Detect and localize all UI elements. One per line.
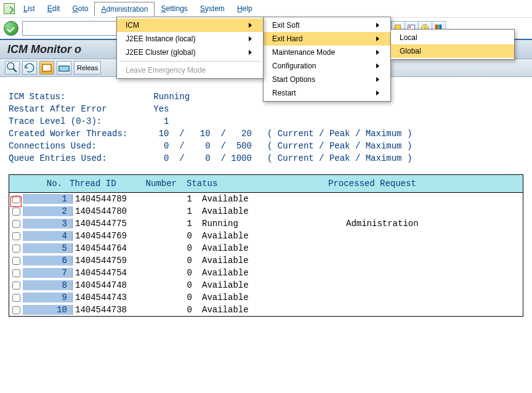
menu-item-j2ee-instance-local-[interactable]: J2EE Instance (local) — [117, 32, 263, 46]
row-checkbox[interactable] — [12, 294, 20, 302]
cell-status: Available — [200, 243, 344, 253]
menu-item-local[interactable]: Local — [391, 31, 514, 44]
row-checkbox[interactable] — [12, 232, 20, 240]
cell-thread-id: 1404544780 — [73, 206, 149, 216]
svg-rect-15 — [59, 66, 70, 71]
cell-no: 5 — [23, 243, 73, 253]
cell-thread-id: 1404544759 — [73, 256, 149, 265]
row-checkbox[interactable] — [12, 220, 20, 228]
enter-icon[interactable] — [4, 21, 18, 36]
page-title-text: ICM Monitor o — [7, 43, 81, 56]
row-checkbox[interactable] — [12, 195, 20, 203]
svg-point-12 — [7, 63, 14, 70]
col-number: Number — [141, 179, 184, 188]
row-checkbox[interactable] — [12, 245, 20, 253]
cell-thread-id: 1404544764 — [73, 243, 149, 253]
cell-number: 1 — [149, 194, 200, 204]
content-area: ICM Status: Running Restart After Error … — [0, 77, 532, 323]
row-checkbox[interactable] — [12, 306, 20, 314]
menu-item-configuration[interactable]: Configuration — [264, 59, 390, 73]
table-row[interactable]: 614045447590Available — [9, 254, 523, 267]
release-button[interactable]: Releas — [74, 61, 101, 75]
menu-item-exit-soft[interactable]: Exit Soft — [264, 18, 390, 32]
detail-icon[interactable] — [5, 61, 20, 75]
cell-status: Running — [200, 219, 344, 229]
cell-thread-id: 1404544789 — [73, 194, 149, 204]
app-toolbar-right: i — [406, 63, 427, 71]
cell-thread-id: 1404544743 — [73, 293, 149, 302]
svg-rect-14 — [42, 65, 51, 71]
col-status: Status — [184, 179, 326, 188]
cell-no: 3 — [23, 219, 73, 229]
table-header: No. Thread ID Number Status Processed Re… — [9, 175, 523, 193]
cell-no: 1 — [23, 194, 73, 204]
menu-item-global[interactable]: Global — [391, 44, 514, 58]
table-row[interactable]: 814045447480Available — [9, 279, 523, 291]
cell-processed: Administration — [344, 219, 523, 229]
table-row[interactable]: 714045447540Available — [9, 267, 523, 279]
table-row[interactable]: 314045447751RunningAdministration — [9, 217, 523, 230]
thread-table: No. Thread ID Number Status Processed Re… — [9, 174, 523, 317]
row-checkbox[interactable] — [12, 282, 20, 290]
menu-icm: Exit SoftExit HardMaintenance ModeConfig… — [263, 17, 391, 102]
menu-item-exit-hard[interactable]: Exit Hard — [264, 32, 390, 46]
refresh-icon[interactable] — [22, 61, 37, 75]
menu-administration[interactable]: Administration — [94, 2, 155, 17]
cell-thread-id: 1404544775 — [73, 219, 149, 229]
menu-list[interactable]: List — [17, 2, 41, 16]
table-row[interactable]: 1014045447380Available — [9, 304, 523, 316]
table-row[interactable]: 114045447891Available — [9, 193, 523, 205]
cell-no: 8 — [23, 280, 73, 290]
row-checkbox[interactable] — [12, 257, 20, 265]
services-icon[interactable] — [39, 61, 54, 75]
menubar: ListEditGotoAdministrationSettingsSystem… — [0, 0, 532, 18]
col-thread-id: Thread ID — [67, 179, 141, 188]
col-processed: Processed Request — [326, 179, 523, 188]
row-checkbox[interactable] — [12, 269, 20, 277]
cell-status: Available — [200, 194, 344, 204]
table-row[interactable]: 914045447430Available — [9, 291, 523, 304]
cell-thread-id: 1404544769 — [73, 231, 149, 241]
cell-no: 6 — [23, 256, 73, 265]
svg-line-13 — [13, 68, 17, 72]
menu-goto[interactable]: Goto — [66, 2, 94, 16]
cell-thread-id: 1404544748 — [73, 280, 149, 290]
menu-item-restart[interactable]: Restart — [264, 86, 390, 100]
menu-item-start-options[interactable]: Start Options — [264, 73, 390, 86]
icm-status-block: ICM Status: Running Restart After Error … — [9, 91, 523, 164]
cell-no: 2 — [23, 206, 73, 216]
sap-menu-icon[interactable] — [4, 3, 15, 14]
cell-no: 7 — [23, 268, 73, 278]
menu-help[interactable]: Help — [231, 2, 259, 16]
table-row[interactable]: 214045447801Available — [9, 205, 523, 217]
menu-system[interactable]: System — [194, 2, 231, 16]
cell-number: 0 — [149, 256, 200, 265]
table-row[interactable]: 514045447640Available — [9, 242, 523, 254]
cell-number: 0 — [149, 268, 200, 278]
cell-number: 0 — [149, 280, 200, 290]
table-row[interactable]: 414045447690Available — [9, 230, 523, 242]
svg-rect-6 — [409, 26, 411, 28]
cell-status: Available — [200, 231, 344, 241]
cell-number: 1 — [149, 206, 200, 216]
menu-item-j2ee-cluster-global-[interactable]: J2EE Cluster (global) — [117, 46, 263, 59]
menu-edit[interactable]: Edit — [41, 2, 66, 16]
menu-exit-hard: LocalGlobal — [390, 29, 515, 60]
menu-settings[interactable]: Settings — [155, 2, 193, 16]
cell-no: 10 — [23, 305, 73, 315]
cell-status: Available — [200, 268, 344, 278]
cell-status: Available — [200, 206, 344, 216]
cell-thread-id: 1404544754 — [73, 268, 149, 278]
cell-no: 9 — [23, 293, 73, 302]
cell-number: 0 — [149, 293, 200, 302]
cell-number: 0 — [149, 243, 200, 253]
menu-item-icm[interactable]: ICM — [117, 18, 263, 32]
menu-item-maintenance-mode[interactable]: Maintenance Mode — [264, 46, 390, 59]
menu-administration: ICMJ2EE Instance (local)J2EE Cluster (gl… — [116, 17, 264, 79]
cell-status: Available — [200, 280, 344, 290]
trace-icon[interactable] — [57, 61, 71, 75]
cell-number: 0 — [149, 231, 200, 241]
cell-no: 4 — [23, 231, 73, 241]
cell-number: 1 — [149, 219, 200, 229]
row-checkbox[interactable] — [12, 208, 20, 216]
